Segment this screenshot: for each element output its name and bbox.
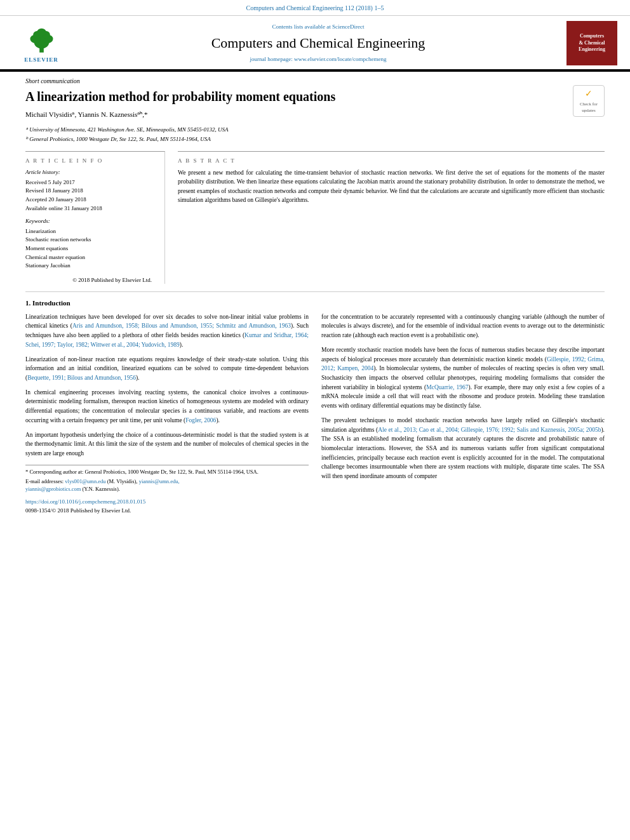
- issn-text: 0098-1354/© 2018 Published by Elsevier L…: [25, 507, 309, 516]
- right-para1: for the concentration to be accurately r…: [321, 312, 605, 340]
- homepage-prefix: journal homepage:: [250, 56, 294, 62]
- left-body-column: Linearization techniques have been devel…: [25, 312, 309, 516]
- section-title-text: Introduction: [32, 299, 70, 307]
- history-label: Article history:: [25, 168, 155, 177]
- doi-section: https://doi.org/10.1016/j.compchemeng.20…: [25, 498, 309, 516]
- footnote-email: E-mail addresses: vlys001@umn.edu (M. Vl…: [25, 478, 309, 493]
- homepage-link[interactable]: www.elsevier.com/locate/compchemeng: [294, 56, 386, 62]
- footnote-star: * Corresponding author at: General Probi…: [25, 469, 309, 476]
- ref-ale[interactable]: Ale et al., 2013; Cao et al., 2004; Gill…: [378, 427, 601, 433]
- journal-cover-thumbnail: Computers& ChemicalEngineering: [566, 21, 617, 65]
- footnote-star-text: * Corresponding author at: General Probi…: [25, 469, 258, 475]
- author-names: Michail Vlysidisᵃ, Yiannis N. Kaznessisᵃ…: [25, 110, 148, 118]
- article-header-section: Short communication A linearization meth…: [0, 70, 630, 122]
- email-label: E-mail addresses:: [25, 478, 64, 484]
- email1-name: (M. Vlysidis),: [107, 478, 138, 484]
- homepage-line: journal homepage: www.elsevier.com/locat…: [70, 55, 566, 63]
- keywords-label: Keywords:: [25, 217, 155, 225]
- svg-point-6: [37, 28, 46, 36]
- sciencedirect-link[interactable]: ScienceDirect: [332, 23, 364, 30]
- article-body: A R T I C L E I N F O Article history: R…: [0, 145, 630, 284]
- right-para3: The prevalent techniques to model stocha…: [321, 416, 605, 481]
- contents-line: Contents lists available at ScienceDirec…: [70, 23, 566, 31]
- journal-reference-text: Computers and Chemical Engineering 112 (…: [246, 4, 384, 11]
- check-icon: ✓: [585, 88, 593, 100]
- elsevier-text: ELSEVIER: [24, 56, 58, 64]
- article-info-header: A R T I C L E I N F O: [25, 157, 155, 165]
- keyword-3: Moment equations: [25, 244, 155, 253]
- ref-kumar[interactable]: Kumar and Sridhar, 1964; Schei, 1997; Ta…: [25, 332, 309, 348]
- svg-point-7: [40, 50, 43, 52]
- doi-link[interactable]: https://doi.org/10.1016/j.compchemeng.20…: [25, 498, 145, 505]
- available-date: Available online 31 January 2018: [25, 204, 155, 213]
- right-body-column: for the concentration to be accurately r…: [321, 312, 605, 516]
- article-title: A linearization method for probability m…: [25, 88, 566, 105]
- keyword-1: Linearization: [25, 227, 155, 236]
- affiliation-b: ᵇ General Probiotics, 1000 Westgate Dr, …: [25, 135, 605, 143]
- accepted-date: Accepted 20 January 2018: [25, 196, 155, 204]
- check-for-updates-badge[interactable]: ✓ Check for updates: [573, 85, 605, 117]
- received-date: Received 5 July 2017: [25, 178, 155, 187]
- article-info-column: A R T I C L E I N F O Article history: R…: [25, 151, 165, 284]
- email2[interactable]: yiannis@umn.edu,: [139, 478, 180, 484]
- journal-center-info: Contents lists available at ScienceDirec…: [70, 23, 566, 63]
- ref-bequette[interactable]: Bequette, 1991; Bilous and Amundson, 195…: [27, 375, 136, 381]
- email3-name: (Y.N. Kaznessis).: [83, 486, 120, 492]
- copyright-line: © 2018 Published by Elsevier Ltd.: [25, 276, 155, 284]
- revised-date: Revised 18 January 2018: [25, 187, 155, 195]
- intro-para3: In chemical engineering processes involv…: [25, 388, 309, 425]
- email3[interactable]: yiannis@gprobiotics.com: [25, 486, 81, 492]
- affiliations-block: ᵃ University of Minnesota, 421 Washingto…: [0, 122, 630, 143]
- intro-para1: Linearization techniques have been devel…: [25, 312, 309, 350]
- check-updates-label: Check for updates: [573, 102, 604, 114]
- intro-para4: An important hypothesis underlying the c…: [25, 430, 309, 458]
- journal-reference-bar: Computers and Chemical Engineering 112 (…: [0, 0, 630, 16]
- ref-gillespie[interactable]: Gillespie, 1992; Grima, 2012; Kampen, 20…: [321, 356, 605, 372]
- keyword-5: Stationary Jacobian: [25, 262, 155, 270]
- contents-prefix: Contents lists available at: [272, 23, 332, 30]
- journal-title: Computers and Chemical Engineering: [70, 34, 566, 53]
- ref-aris[interactable]: Aris and Amundson, 1958; Bilous and Amun…: [72, 323, 291, 329]
- authors-line: Michail Vlysidisᵃ, Yiannis N. Kaznessisᵃ…: [25, 110, 566, 119]
- elsevier-logo: ELSEVIER: [13, 23, 70, 64]
- email1[interactable]: vlys001@umn.edu: [65, 478, 105, 484]
- keywords-section: Keywords: Linearization Stochastic react…: [25, 217, 155, 270]
- intro-para2: Linearization of non-linear reaction rat…: [25, 355, 309, 383]
- abstract-header: A B S T R A C T: [178, 157, 605, 165]
- section-number: 1.: [25, 299, 30, 307]
- journal-header: ELSEVIER Contents lists available at Sci…: [0, 16, 630, 70]
- footnotes-section: * Corresponding author at: General Probi…: [25, 465, 309, 493]
- ref-fogler[interactable]: Fogler, 2006: [185, 417, 216, 423]
- two-column-content: Linearization techniques have been devel…: [25, 312, 605, 516]
- main-content: 1. Introduction Linearization techniques…: [0, 292, 630, 522]
- article-type-label: Short communication: [25, 77, 605, 86]
- affiliation-a: ᵃ University of Minnesota, 421 Washingto…: [25, 126, 605, 134]
- right-para2: More recently stochastic reaction models…: [321, 345, 605, 411]
- article-history: Article history: Received 5 July 2017 Re…: [25, 168, 155, 212]
- abstract-text: We present a new method for calculating …: [178, 168, 605, 204]
- intro-section-title: 1. Introduction: [25, 298, 605, 308]
- abstract-column: A B S T R A C T We present a new method …: [178, 151, 605, 284]
- keyword-2: Stochastic reaction networks: [25, 236, 155, 244]
- keyword-4: Chemical master equation: [25, 253, 155, 262]
- ref-mcquarrie[interactable]: McQuarrie, 1967: [426, 384, 468, 390]
